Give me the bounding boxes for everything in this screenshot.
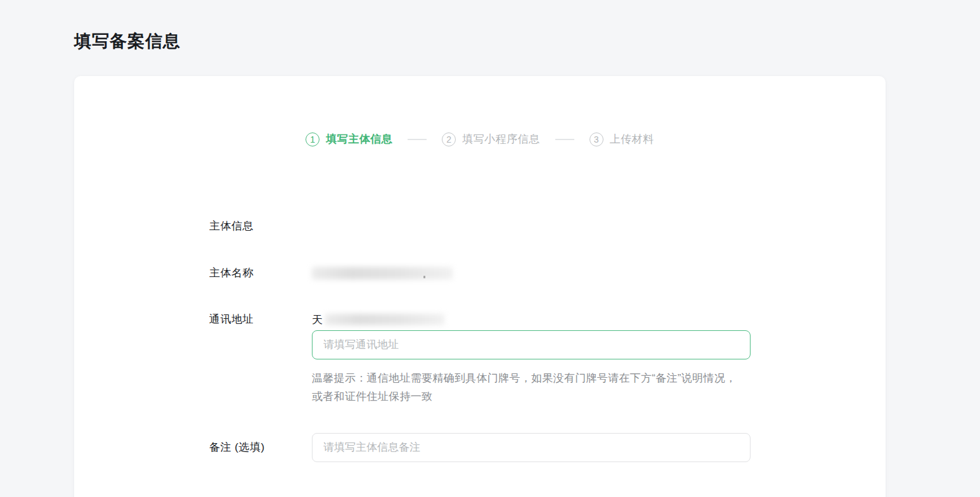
step-1-circle: 1 [306, 132, 319, 146]
redaction-artifact [423, 276, 425, 278]
step-connector [555, 139, 574, 140]
page-title: 填写备案信息 [0, 0, 980, 53]
section-title-subject-info: 主体信息 [209, 219, 830, 234]
redacted-address [325, 314, 444, 325]
step-1-label: 填写主体信息 [326, 132, 392, 146]
filing-form-card: 1 填写主体信息 2 填写小程序信息 3 上传材料 主体信息 主体名称 通讯地址 [74, 76, 886, 497]
step-connector [408, 139, 427, 140]
remark-row: 备注 (选填) [209, 433, 830, 462]
subject-name-value [312, 266, 453, 281]
address-input[interactable] [312, 330, 751, 359]
address-current-value: 天 [312, 312, 751, 327]
stepper-step-1: 1 填写主体信息 [306, 132, 392, 146]
step-2-circle: 2 [442, 132, 456, 146]
address-row: 通讯地址 天 温馨提示：通信地址需要精确到具体门牌号，如果没有门牌号请在下方“备… [209, 312, 830, 406]
subject-name-label: 主体名称 [209, 266, 312, 281]
address-field-group: 天 温馨提示：通信地址需要精确到具体门牌号，如果没有门牌号请在下方“备注”说明情… [312, 312, 751, 406]
stepper: 1 填写主体信息 2 填写小程序信息 3 上传材料 [74, 76, 886, 146]
redacted-subject-name [312, 267, 453, 280]
stepper-step-3: 3 上传材料 [590, 132, 654, 146]
address-hint-text: 温馨提示：通信地址需要精确到具体门牌号，如果没有门牌号请在下方“备注”说明情况，… [312, 369, 740, 406]
subject-info-form: 主体信息 主体名称 通讯地址 天 温馨提示：通信地址需要精确到具体门牌号，如果没… [209, 219, 830, 462]
remark-input[interactable] [312, 433, 751, 462]
step-2-label: 填写小程序信息 [462, 132, 540, 146]
step-3-circle: 3 [590, 132, 603, 146]
step-3-label: 上传材料 [610, 132, 654, 146]
subject-name-row: 主体名称 [209, 266, 830, 281]
address-label: 通讯地址 [209, 312, 312, 327]
remark-label: 备注 (选填) [209, 433, 312, 462]
address-value-prefix: 天 [312, 313, 323, 327]
stepper-step-2: 2 填写小程序信息 [442, 132, 540, 146]
